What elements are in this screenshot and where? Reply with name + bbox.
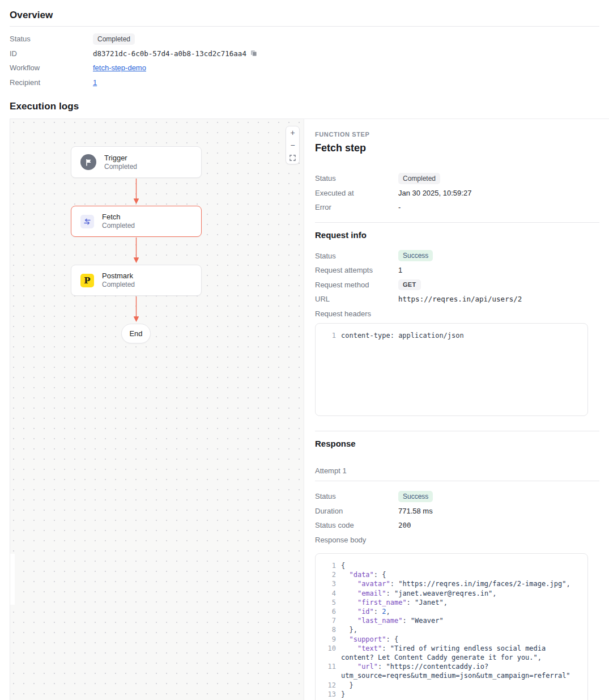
step-summary-rows: Status Completed Executed at Jan 30 2025… bbox=[315, 171, 599, 215]
request-url-row: URL https://reqres.in/api/users/2 bbox=[315, 292, 599, 307]
executed-at-row: Executed at Jan 30 2025, 10:59:27 bbox=[315, 186, 599, 201]
response-status-label: Status bbox=[315, 492, 398, 500]
response-status-badge: Success bbox=[398, 491, 433, 502]
response-status-code-row: Status code 200 bbox=[315, 518, 599, 533]
response-body-row: Response body bbox=[315, 533, 599, 548]
response-status-code-label: Status code bbox=[315, 521, 398, 529]
code-line: 5 "first_name": "Janet", bbox=[323, 598, 580, 607]
request-status-badge: Success bbox=[398, 250, 433, 261]
request-status-label: Status bbox=[315, 252, 398, 260]
response-body-label: Response body bbox=[315, 536, 398, 544]
code-line: 9 "support": { bbox=[323, 635, 580, 644]
overview-id-label: ID bbox=[10, 49, 93, 58]
node-trigger-status: Completed bbox=[104, 163, 137, 171]
request-status-row: Status Success bbox=[315, 249, 599, 264]
request-method-badge: GET bbox=[398, 279, 421, 290]
error-value: - bbox=[398, 203, 401, 211]
flag-icon bbox=[80, 154, 96, 170]
swap-arrows-icon bbox=[80, 215, 94, 228]
response-rows: Status Success Duration 771.58 ms Status… bbox=[315, 489, 599, 547]
step-status-badge: Completed bbox=[398, 173, 440, 184]
error-label: Error bbox=[315, 203, 398, 211]
zoom-in-button[interactable]: + bbox=[286, 126, 299, 139]
step-status-row: Status Completed bbox=[315, 171, 599, 186]
node-postmark-status: Completed bbox=[102, 281, 135, 289]
node-postmark-title: Postmark bbox=[102, 271, 135, 281]
overview-status-row: Status Completed bbox=[10, 32, 599, 46]
copy-icon bbox=[250, 50, 257, 57]
transaction-id-value: d83721dc-6c0b-57d4-a0b8-13cd2c716aa4 bbox=[93, 49, 246, 58]
response-title: Response bbox=[315, 438, 599, 449]
attempt-divider bbox=[315, 481, 599, 481]
request-attempts-row: Request attempts 1 bbox=[315, 263, 599, 278]
request-attempts-value: 1 bbox=[398, 266, 402, 274]
executed-at-label: Executed at bbox=[315, 189, 398, 197]
response-divider bbox=[315, 431, 599, 431]
workflow-canvas[interactable]: Trigger Completed Fetch Completed P bbox=[10, 119, 304, 700]
execution-logs-panel: Trigger Completed Fetch Completed P bbox=[10, 118, 609, 700]
overview-recipient-label: Recipient bbox=[10, 78, 93, 87]
response-duration-value: 771.58 ms bbox=[398, 507, 433, 515]
code-line: 13} bbox=[323, 690, 580, 699]
workflow-link[interactable]: fetch-step-demo bbox=[93, 63, 146, 72]
code-line: 6 "id": 2, bbox=[323, 607, 580, 616]
node-fetch-status: Completed bbox=[102, 222, 135, 230]
canvas-scrollbar-thumb[interactable] bbox=[10, 554, 15, 605]
copy-id-button[interactable] bbox=[250, 50, 257, 57]
code-line: 1content-type: application/json bbox=[323, 331, 580, 340]
overview-rows: Status Completed ID d83721dc-6c0b-57d4-a… bbox=[10, 27, 599, 90]
step-type-kicker: FUNCTION STEP bbox=[315, 131, 599, 138]
postmark-icon: P bbox=[80, 274, 94, 287]
code-line: 10 "text": "Tired of writing endless soc… bbox=[323, 644, 580, 662]
page-title: Overview bbox=[10, 0, 599, 26]
fit-view-button[interactable] bbox=[286, 151, 299, 164]
request-headers-label: Request headers bbox=[315, 309, 398, 318]
request-method-label: Request method bbox=[315, 281, 398, 289]
node-fetch-title: Fetch bbox=[102, 213, 135, 222]
request-attempts-label: Request attempts bbox=[315, 266, 398, 274]
code-line: 3 "avatar": "https://reqres.in/img/faces… bbox=[323, 579, 580, 588]
code-line: 8 }, bbox=[323, 625, 580, 634]
attempt-label: Attempt 1 bbox=[315, 466, 599, 475]
step-title: Fetch step bbox=[315, 142, 599, 154]
response-duration-label: Duration bbox=[315, 507, 398, 515]
overview-recipient-row: Recipient 1 bbox=[10, 75, 599, 90]
node-trigger-title: Trigger bbox=[104, 154, 137, 163]
request-info-divider bbox=[315, 222, 599, 223]
zoom-out-button[interactable]: − bbox=[286, 139, 299, 151]
response-status-code-value: 200 bbox=[398, 521, 411, 529]
error-row: Error - bbox=[315, 200, 599, 215]
response-status-row: Status Success bbox=[315, 489, 599, 504]
code-line: 11 "url": "https://contentcaddy.io?utm_s… bbox=[323, 662, 580, 680]
request-url-value: https://reqres.in/api/users/2 bbox=[398, 295, 522, 303]
overview-section: Overview Status Completed ID d83721dc-6c… bbox=[0, 0, 609, 90]
request-info-title: Request info bbox=[315, 230, 599, 240]
overview-workflow-label: Workflow bbox=[10, 63, 93, 72]
node-fetch[interactable]: Fetch Completed bbox=[71, 206, 202, 237]
page: Overview Status Completed ID d83721dc-6c… bbox=[0, 0, 609, 700]
node-postmark[interactable]: P Postmark Completed bbox=[71, 265, 202, 296]
recipient-link[interactable]: 1 bbox=[93, 78, 97, 87]
overview-id-row: ID d83721dc-6c0b-57d4-a0b8-13cd2c716aa4 bbox=[10, 46, 599, 61]
execution-logs-title: Execution logs bbox=[0, 90, 609, 118]
response-duration-row: Duration 771.58 ms bbox=[315, 504, 599, 519]
node-trigger[interactable]: Trigger Completed bbox=[71, 146, 202, 178]
response-body-code[interactable]: 1{2 "data": {3 "avatar": "https://reqres… bbox=[315, 553, 588, 700]
step-detail-panel: FUNCTION STEP Fetch step Status Complete… bbox=[304, 119, 609, 700]
code-line: 4 "email": "janet.weaver@reqres.in", bbox=[323, 589, 580, 598]
code-line: 7 "last_name": "Weaver" bbox=[323, 616, 580, 625]
request-info-rows: Status Success Request attempts 1 Reques… bbox=[315, 249, 599, 321]
canvas-zoom-controls: + − bbox=[286, 126, 300, 164]
request-url-label: URL bbox=[315, 295, 398, 303]
fit-view-icon bbox=[289, 155, 296, 161]
status-badge: Completed bbox=[93, 33, 135, 45]
request-headers-code: 1content-type: application/json bbox=[315, 323, 588, 416]
overview-workflow-row: Workflow fetch-step-demo bbox=[10, 61, 599, 75]
overview-status-label: Status bbox=[10, 35, 93, 43]
code-line: 1{ bbox=[323, 561, 580, 570]
step-status-label: Status bbox=[315, 174, 398, 183]
request-headers-row: Request headers bbox=[315, 307, 599, 321]
node-end[interactable]: End bbox=[121, 324, 151, 343]
code-line: 2 "data": { bbox=[323, 570, 580, 579]
executed-at-value: Jan 30 2025, 10:59:27 bbox=[398, 189, 471, 197]
